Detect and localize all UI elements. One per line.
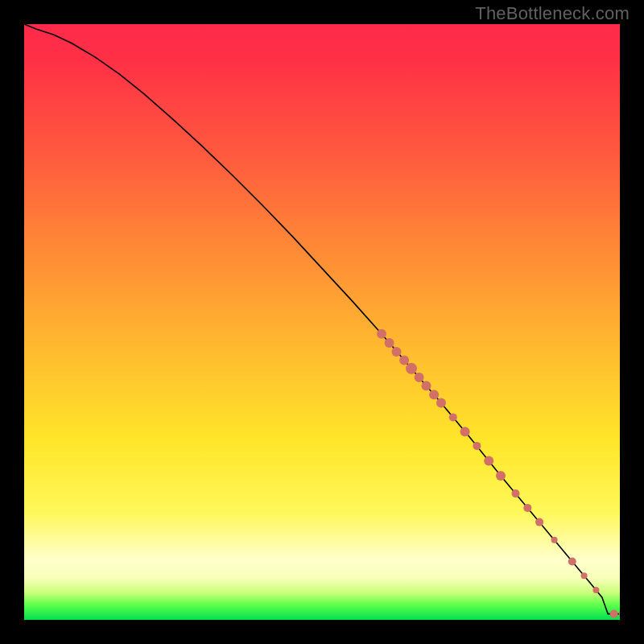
data-point <box>496 471 506 481</box>
watermark-text: TheBottleneck.com <box>475 3 630 24</box>
data-point <box>592 587 599 593</box>
data-point <box>551 537 558 543</box>
plot-area <box>24 24 620 620</box>
data-point <box>436 398 446 408</box>
data-point <box>406 363 417 374</box>
data-point <box>429 390 439 399</box>
data-point <box>568 558 576 566</box>
data-point <box>392 347 402 357</box>
data-point <box>610 610 618 618</box>
data-point <box>512 489 520 497</box>
data-point <box>473 442 481 450</box>
data-point <box>399 355 409 365</box>
data-point <box>523 504 531 512</box>
data-point <box>422 381 431 390</box>
data-points <box>377 329 620 618</box>
bottleneck-curve <box>24 24 620 614</box>
chart-stage: TheBottleneck.com <box>0 0 644 644</box>
chart-svg <box>24 24 620 620</box>
data-point <box>619 610 620 618</box>
data-point <box>415 373 424 382</box>
data-point <box>385 338 394 348</box>
data-point <box>484 456 493 465</box>
data-point <box>460 427 470 436</box>
data-point <box>449 413 457 421</box>
data-point <box>535 518 543 526</box>
data-point <box>377 329 386 339</box>
data-point <box>581 572 588 579</box>
